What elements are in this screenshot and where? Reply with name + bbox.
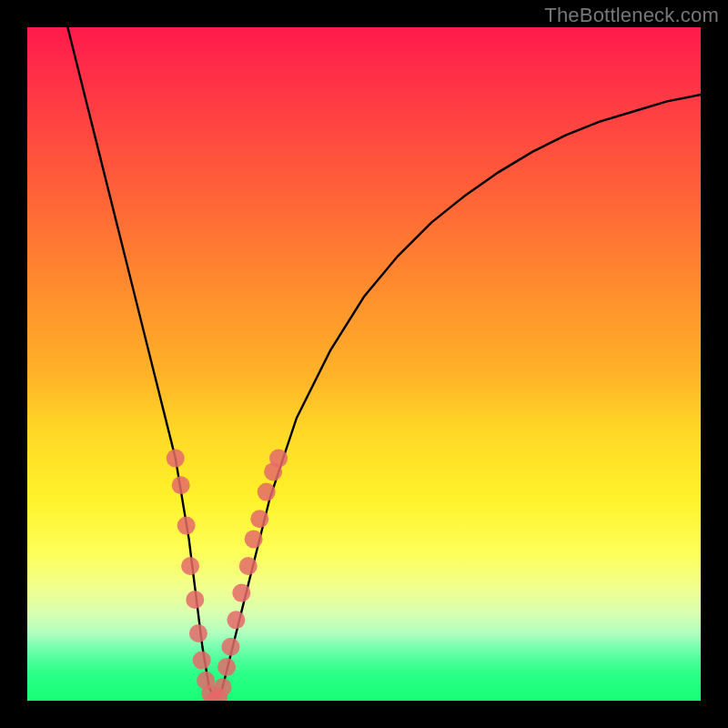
marker-dot (245, 530, 263, 548)
marker-dot (258, 483, 276, 501)
marker-dot (167, 450, 185, 468)
marker-group (167, 450, 288, 701)
plot-area (27, 27, 701, 701)
marker-dot (221, 638, 239, 656)
bottleneck-curve (67, 27, 701, 701)
marker-dot (232, 584, 250, 602)
marker-dot (181, 557, 199, 575)
outer-frame: TheBottleneck.com (0, 0, 728, 728)
marker-dot (269, 450, 288, 468)
marker-dot (186, 591, 204, 609)
marker-dot (214, 678, 232, 696)
marker-dot (193, 652, 211, 670)
marker-dot (172, 476, 190, 494)
marker-dot (177, 517, 196, 535)
watermark-text: TheBottleneck.com (544, 4, 719, 27)
marker-dot (250, 510, 268, 528)
marker-dot (239, 557, 258, 575)
marker-dot (189, 624, 207, 642)
chart-svg (27, 27, 701, 701)
marker-dot (227, 611, 245, 629)
marker-dot (217, 658, 236, 676)
